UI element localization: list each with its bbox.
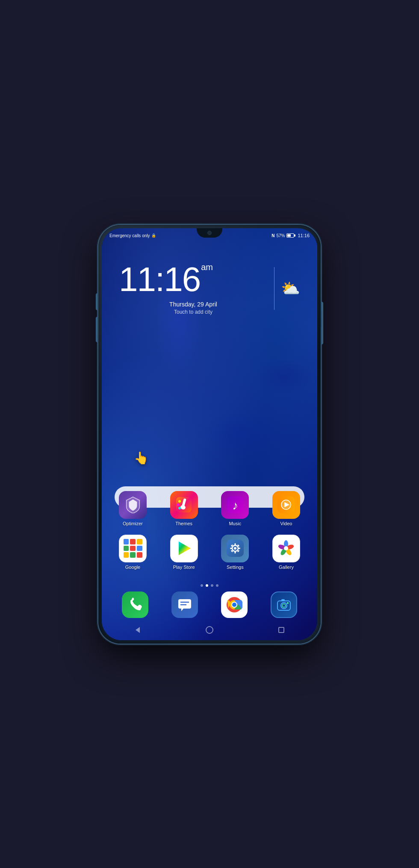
- volume-up-button[interactable]: [96, 293, 98, 310]
- app-settings[interactable]: Settings: [217, 535, 253, 570]
- video-icon: [272, 491, 300, 519]
- svg-rect-23: [230, 548, 232, 549]
- dock: [110, 591, 309, 618]
- app-optimizer[interactable]: Optimizer: [115, 491, 151, 526]
- page-dot-4: [216, 584, 218, 587]
- svg-point-49: [206, 627, 213, 633]
- svg-rect-21: [234, 543, 236, 545]
- app-gallery[interactable]: Gallery: [268, 535, 304, 570]
- clock-am-pm: am: [201, 262, 213, 272]
- svg-text:♪: ♪: [232, 499, 238, 512]
- page-dots: [102, 584, 317, 587]
- themes-label: Themes: [175, 521, 192, 526]
- clock-divider: [274, 267, 274, 310]
- messages-app-icon: [171, 591, 198, 618]
- themes-icon: [170, 491, 198, 519]
- dock-chrome[interactable]: [219, 591, 249, 618]
- clock-weather: ⛅: [281, 280, 300, 297]
- svg-point-45: [282, 604, 286, 607]
- svg-point-42: [232, 603, 236, 607]
- playstore-label: Play Store: [173, 565, 195, 570]
- camera-app-icon: [271, 591, 297, 618]
- optimizer-label: Optimizer: [123, 521, 143, 526]
- settings-icon: [221, 535, 249, 562]
- svg-rect-35: [178, 599, 191, 609]
- front-camera: [207, 231, 212, 235]
- battery-icon: [286, 233, 294, 238]
- svg-point-10: [177, 503, 179, 506]
- app-row-2: Google: [115, 535, 304, 570]
- svg-marker-38: [181, 609, 183, 611]
- google-label: Google: [125, 565, 140, 570]
- dock-camera[interactable]: [269, 591, 299, 618]
- playstore-icon: [170, 535, 198, 562]
- clock-widget[interactable]: 11:16 am Thursday, 29 April Touch to add…: [119, 262, 300, 315]
- app-music[interactable]: ♪ Music: [217, 491, 253, 526]
- app-playstore[interactable]: Play Store: [166, 535, 202, 570]
- battery-percent: 57%: [276, 233, 285, 238]
- svg-rect-46: [281, 599, 285, 601]
- page-dot-2: [206, 584, 208, 587]
- status-left: Emergency calls only 🔒: [109, 233, 156, 238]
- app-google[interactable]: Google: [115, 535, 151, 570]
- music-icon: ♪: [221, 491, 249, 519]
- music-label: Music: [229, 521, 241, 526]
- page-dot-3: [211, 584, 213, 587]
- optimizer-icon: [119, 491, 147, 519]
- clock-time: 11:16: [119, 262, 200, 297]
- nfc-icon: N: [271, 233, 274, 238]
- settings-label: Settings: [227, 565, 244, 570]
- svg-point-34: [284, 546, 288, 550]
- status-time: 11:16: [298, 233, 310, 238]
- svg-rect-22: [234, 551, 236, 553]
- dock-phone[interactable]: [120, 591, 150, 618]
- chrome-app-icon: [221, 591, 248, 618]
- svg-rect-50: [279, 627, 284, 633]
- svg-point-20: [234, 547, 236, 550]
- svg-point-9: [178, 500, 181, 503]
- clock-city[interactable]: Touch to add city: [119, 309, 268, 315]
- google-icon: [119, 535, 147, 562]
- notch: [197, 228, 222, 238]
- app-themes[interactable]: Themes: [166, 491, 202, 526]
- gallery-icon: [272, 535, 300, 562]
- dock-messages[interactable]: [170, 591, 200, 618]
- lock-icon: 🔒: [151, 233, 156, 238]
- nav-back-button[interactable]: [131, 624, 144, 636]
- weather-icon: ⛅: [281, 280, 300, 297]
- svg-point-44: [281, 603, 287, 609]
- clock-time-block: 11:16 am Thursday, 29 April Touch to add…: [119, 262, 268, 315]
- power-button[interactable]: [321, 310, 323, 344]
- phone-screen: Emergency calls only 🔒 N 57% 11:16 11:16: [102, 228, 317, 640]
- nav-home-button[interactable]: [203, 624, 216, 636]
- svg-point-11: [178, 507, 181, 509]
- svg-marker-48: [136, 627, 140, 633]
- emergency-calls-text: Emergency calls only: [109, 233, 150, 238]
- clock-date: Thursday, 29 April: [119, 300, 268, 309]
- svg-rect-24: [238, 548, 240, 549]
- video-label: Video: [280, 521, 292, 526]
- app-video[interactable]: Video: [268, 491, 304, 526]
- svg-point-47: [287, 602, 289, 604]
- svg-marker-17: [179, 541, 191, 555]
- navigation-bar: [102, 620, 317, 640]
- gallery-label: Gallery: [279, 565, 294, 570]
- phone-device: Emergency calls only 🔒 N 57% 11:16 11:16: [98, 225, 321, 644]
- app-grid: Optimizer: [115, 491, 304, 578]
- app-row-1: Optimizer: [115, 491, 304, 526]
- page-dot-1: [201, 584, 203, 587]
- phone-app-icon: [122, 591, 148, 618]
- volume-down-button[interactable]: [96, 317, 98, 342]
- status-right: N 57% 11:16: [271, 233, 310, 238]
- nav-recents-button[interactable]: [275, 624, 288, 636]
